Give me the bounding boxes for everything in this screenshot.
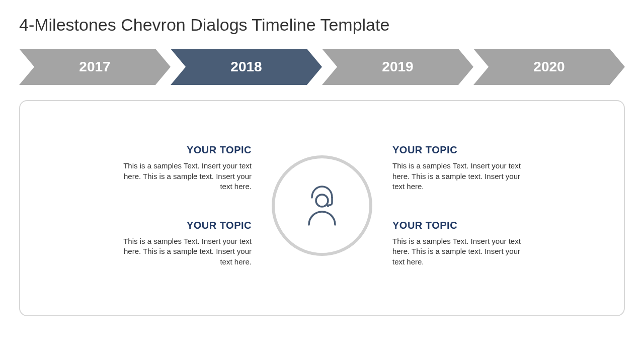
- chevron-label: 2019: [382, 59, 413, 75]
- topic-block: YOUR TOPIC This is a samples Text. Inser…: [392, 220, 533, 267]
- chevron-label: 2020: [533, 59, 565, 75]
- topic-body: This is a samples Text. Insert your text…: [111, 236, 252, 267]
- topic-block: YOUR TOPIC This is a samples Text. Inser…: [392, 144, 533, 192]
- topic-block: YOUR TOPIC This is a samples Text. Inser…: [111, 220, 252, 267]
- topic-title: YOUR TOPIC: [392, 144, 533, 156]
- content-panel: YOUR TOPIC This is a samples Text. Inser…: [19, 100, 625, 316]
- topic-block: YOUR TOPIC This is a samples Text. Inser…: [111, 144, 252, 192]
- chevron-label: 2017: [79, 59, 110, 75]
- right-column: YOUR TOPIC This is a samples Text. Inser…: [392, 144, 533, 267]
- topic-body: This is a samples Text. Insert your text…: [111, 161, 252, 192]
- topic-title: YOUR TOPIC: [111, 144, 252, 156]
- chevron-2017: 2017: [19, 49, 171, 85]
- chevron-2018: 2018: [171, 49, 322, 85]
- headset-person-icon: [272, 155, 372, 256]
- chevron-label: 2018: [230, 59, 262, 75]
- page-title: 4-Milestones Chevron Dialogs Timeline Te…: [19, 15, 625, 35]
- topic-title: YOUR TOPIC: [392, 220, 533, 231]
- svg-point-5: [316, 195, 328, 207]
- chevron-2019: 2019: [322, 49, 473, 85]
- chevron-2020: 2020: [473, 49, 625, 85]
- topic-title: YOUR TOPIC: [111, 220, 252, 231]
- chevron-timeline: 2017 2018 2019 2020: [19, 49, 625, 85]
- topic-body: This is a samples Text. Insert your text…: [392, 161, 533, 192]
- topic-body: This is a samples Text. Insert your text…: [392, 236, 533, 267]
- left-column: YOUR TOPIC This is a samples Text. Inser…: [111, 144, 252, 267]
